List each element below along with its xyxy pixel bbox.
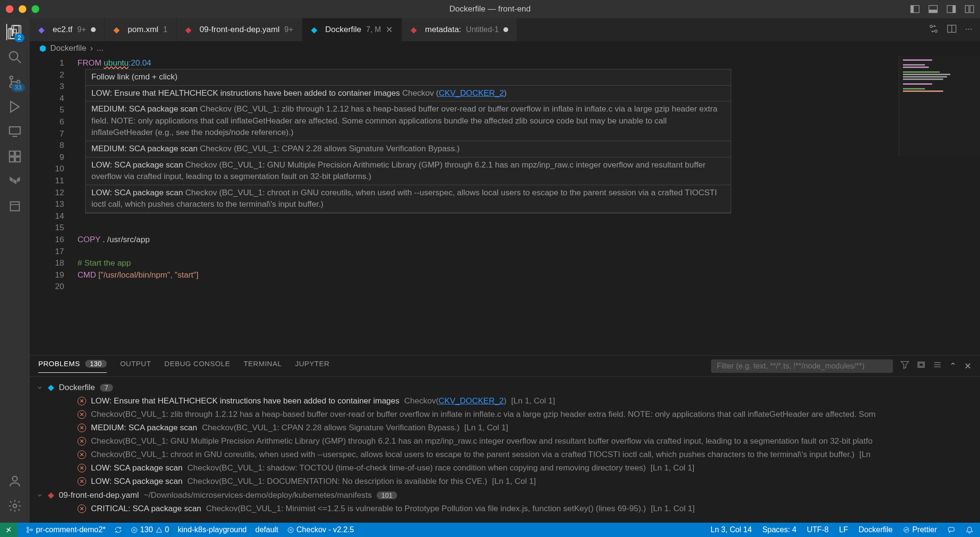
problems-list[interactable]: ◆ Dockerfile 7✕LOW: Ensure that HEALTHCH… [30, 377, 980, 523]
run-debug-activity-icon[interactable] [7, 99, 23, 115]
close-window-button[interactable] [6, 5, 13, 13]
split-editor-icon[interactable] [947, 24, 957, 36]
file-icon: ◆ [38, 25, 48, 34]
hover-diagnostic-item[interactable]: MEDIUM: SCA package scan Checkov (BC_VUL… [86, 141, 731, 157]
problem-item[interactable]: ✕Checkov(BC_VUL_1: GNU Multiple Precisio… [30, 435, 980, 448]
docker-icon: ⬢ [39, 44, 46, 54]
breadcrumb[interactable]: ⬢ Dockerfile › ... [30, 41, 980, 56]
file-icon: ◆ [48, 382, 54, 392]
file-icon: ◆ [48, 490, 54, 500]
svg-line-9 [17, 59, 21, 63]
maximize-window-button[interactable] [32, 5, 39, 13]
close-tab-icon[interactable]: ✕ [386, 24, 393, 35]
customize-layout-icon[interactable] [965, 4, 974, 14]
editor-tab[interactable]: ◆09-front-end-dep.yaml9+ [177, 18, 302, 41]
editor[interactable]: 1234567891011121314151617181920 FROM ubu… [30, 56, 980, 355]
tab-label: metadata: [425, 25, 461, 34]
breadcrumb-file: Dockerfile [50, 44, 87, 53]
collapse-all-icon[interactable] [917, 360, 925, 371]
problem-item[interactable]: ✕CRITICAL: SCA package scanCheckov(BC_VU… [30, 502, 980, 515]
editor-tab[interactable]: ◆metadata: Untitled-1 [402, 18, 517, 41]
problems-filter-input[interactable] [711, 359, 893, 373]
view-as-list-icon[interactable] [933, 360, 942, 371]
editor-tabs: ◆ec2.tf9+◆pom.xml1◆09-front-end-dep.yaml… [30, 18, 980, 41]
remote-indicator[interactable] [0, 523, 17, 537]
error-icon: ✕ [78, 450, 86, 459]
scm-badge: 33 [11, 83, 25, 92]
breadcrumb-suffix: ... [97, 44, 103, 53]
problem-item[interactable]: ✕MEDIUM: SCA package scanCheckov(BC_VUL_… [30, 421, 980, 435]
chevron-down-icon [36, 492, 43, 499]
language-mode-status[interactable]: Dockerfile [858, 526, 892, 534]
file-icon: ◆ [411, 25, 420, 34]
tab-label: pom.xml [128, 25, 158, 34]
editor-tab[interactable]: ◆pom.xml1 [105, 18, 177, 41]
git-branch-status[interactable]: pr-comment-demo2* [26, 526, 106, 534]
problem-item[interactable]: ✕LOW: SCA package scanCheckov(BC_VUL_1: … [30, 475, 980, 488]
encoding-status[interactable]: UTF-8 [807, 526, 828, 534]
extensions-activity-icon[interactable] [7, 148, 23, 165]
problem-item[interactable]: ✕Checkov(BC_VUL_1: zlib through 1.2.12 h… [30, 408, 980, 421]
svg-rect-18 [15, 157, 20, 162]
filter-icon[interactable] [901, 360, 909, 371]
problem-file-group[interactable]: ◆ 09-front-end-dep.yaml ~/Downloads/micr… [30, 488, 980, 502]
k8s-context-status[interactable]: kind-k8s-playground [178, 526, 246, 534]
svg-point-24 [935, 30, 937, 32]
terraform-activity-icon[interactable] [7, 173, 23, 190]
hover-diagnostic-item[interactable]: LOW: SCA package scan Checkov (BC_VUL_1:… [86, 157, 731, 185]
problem-item[interactable]: ✕Checkov(BC_VUL_1: chroot in GNU coreuti… [30, 448, 980, 461]
problem-item[interactable]: ✕LOW: SCA package scanCheckov(BC_VUL_1: … [30, 461, 980, 475]
panel-tab[interactable]: PROBLEMS 130 [38, 359, 107, 373]
svg-rect-44 [948, 527, 954, 531]
compare-changes-icon[interactable] [929, 24, 938, 36]
maximize-panel-icon[interactable]: ⌃ [949, 361, 957, 371]
source-control-activity-icon[interactable]: 33 [7, 74, 23, 90]
panel-tab[interactable]: DEBUG CONSOLE [165, 359, 230, 373]
problem-file-group[interactable]: ◆ Dockerfile 7 [30, 380, 980, 394]
editor-tab[interactable]: ◆Dockerfile7, M✕ [302, 18, 402, 41]
svg-rect-7 [970, 6, 974, 13]
hover-diagnostic-item[interactable]: LOW: Ensure that HEALTHCHECK instruction… [86, 86, 731, 102]
tab-badge: 9+ [284, 25, 293, 34]
dirty-indicator-icon [503, 27, 508, 32]
minimap[interactable] [899, 56, 980, 156]
title-bar: Dockerfile — front-end [0, 0, 980, 18]
remote-explorer-activity-icon[interactable] [7, 123, 23, 140]
error-icon: ✕ [78, 477, 86, 486]
more-actions-icon[interactable]: ··· [965, 24, 972, 36]
sync-status[interactable] [114, 526, 122, 534]
indentation-status[interactable]: Spaces: 4 [762, 526, 796, 534]
file-icon: ◆ [311, 25, 321, 34]
explorer-activity-icon[interactable]: 2 [6, 24, 22, 40]
problems-status[interactable]: 130 0 [131, 526, 169, 534]
toggle-secondary-sidebar-icon[interactable] [947, 4, 956, 14]
toggle-panel-icon[interactable] [928, 4, 938, 14]
feedback-status[interactable] [947, 526, 955, 534]
notifications-status[interactable] [966, 526, 973, 534]
svg-rect-3 [929, 10, 937, 12]
hover-diagnostic-item[interactable]: MEDIUM: SCA package scan Checkov (BC_VUL… [86, 101, 731, 141]
hover-diagnostic-item[interactable]: LOW: SCA package scan Checkov (BC_VUL_1:… [86, 185, 731, 213]
editor-tab[interactable]: ◆ec2.tf9+ [30, 18, 105, 41]
panel-tab[interactable]: TERMINAL [244, 359, 282, 373]
eol-status[interactable]: LF [839, 526, 848, 534]
settings-activity-icon[interactable] [7, 498, 23, 514]
error-icon: ✕ [78, 410, 86, 419]
minimize-window-button[interactable] [19, 5, 26, 13]
panel-tab[interactable]: JUPYTER [295, 359, 330, 373]
svg-rect-1 [911, 6, 913, 13]
search-activity-icon[interactable] [7, 49, 23, 65]
prettier-status[interactable]: Prettier [903, 526, 937, 534]
k8s-namespace-status[interactable]: default [256, 526, 278, 534]
toggle-primary-sidebar-icon[interactable] [910, 4, 920, 14]
account-activity-icon[interactable] [7, 473, 23, 489]
close-panel-icon[interactable]: ✕ [964, 361, 971, 371]
docker-activity-icon[interactable] [7, 198, 23, 214]
problem-item[interactable]: ✕LOW: Ensure that HEALTHCHECK instructio… [30, 394, 980, 408]
cursor-position-status[interactable]: Ln 3, Col 14 [711, 526, 752, 534]
tab-badge: 7, M [366, 25, 381, 34]
svg-point-21 [12, 476, 17, 481]
checkov-status[interactable]: Checkov - v2.2.5 [287, 526, 354, 534]
panel-tab[interactable]: OUTPUT [120, 359, 151, 373]
chevron-down-icon [36, 384, 43, 391]
